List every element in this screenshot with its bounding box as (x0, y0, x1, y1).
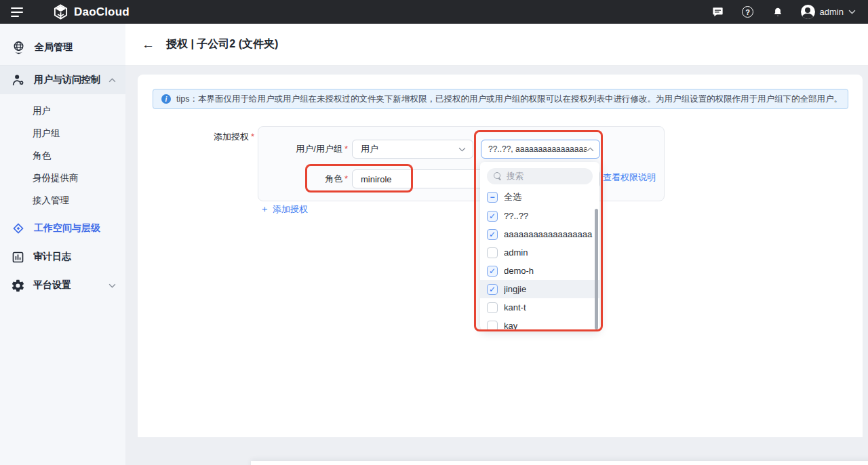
user-type-label: 用户/用户组* (258, 140, 348, 159)
checkbox[interactable] (487, 321, 498, 331)
help-icon[interactable]: ? (741, 5, 755, 19)
sidebar-item-workspace-hierarchy[interactable]: 工作空间与层级 (0, 214, 125, 243)
sidebar-subitem-list: 用户用户组角色身份提供商接入管理 (0, 100, 125, 211)
daocloud-logo[interactable]: DaoCloud (53, 4, 130, 20)
sidebar-item-label: 工作空间与层级 (34, 222, 116, 235)
user-option[interactable]: ✓ jingjie (480, 280, 599, 298)
back-button[interactable]: ← (142, 37, 155, 52)
logo-text: DaoCloud (74, 5, 130, 19)
user-option-label: ??..?? (504, 211, 528, 221)
user-option[interactable]: ✓ demo-h (480, 262, 599, 280)
chevron-up-icon (587, 147, 594, 152)
audit-log-icon (11, 250, 25, 264)
users-selected-value: ??..??, aaaaaaaaaaaaaaaaa... (488, 144, 587, 154)
checkbox[interactable]: ✓ (487, 211, 498, 222)
tips-banner: i tips：本界面仅用于给用户或用户组在未授权过的文件夹下新增权限，已授权的用… (153, 89, 848, 109)
add-authorization-label: 添加授权* (138, 130, 254, 144)
sidebar-subitem[interactable]: 接入管理 (0, 189, 125, 211)
sidebar-item-users-access-control[interactable]: 用户与访问控制 (0, 66, 125, 94)
checkbox[interactable]: ✓ (487, 229, 498, 240)
checkbox[interactable] (487, 302, 498, 313)
indeterminate-checkbox[interactable]: − (487, 192, 498, 203)
title-bar: ← 授权 | 子公司2 (文件夹) (125, 24, 868, 66)
checkbox[interactable]: ✓ (487, 266, 498, 277)
user-type-value: 用户 (361, 143, 458, 155)
user-option-label: aaaaaaaaaaaaaaaaaa... (504, 229, 593, 239)
checkbox[interactable] (487, 247, 498, 258)
page-title: 授权 | 子公司2 (文件夹) (166, 37, 278, 52)
sidebar-subitem[interactable]: 身份提供商 (0, 167, 125, 189)
dropdown-search-input[interactable]: 搜索 (487, 168, 593, 184)
sidebar-item-global-management[interactable]: 全局管理 (0, 33, 125, 62)
chevron-down-icon (458, 147, 466, 152)
app-header: DaoCloud ? admin (0, 0, 868, 24)
sidebar-item-label: 审计日志 (33, 251, 116, 263)
chat-icon[interactable] (711, 5, 725, 19)
user-option-label: kay (504, 321, 517, 330)
chevron-down-icon (848, 9, 856, 14)
sidebar-item-platform-settings[interactable]: 平台设置 (0, 271, 125, 300)
footer-bar: 取消 确定 (251, 461, 868, 465)
user-option[interactable]: kant-t (480, 298, 599, 317)
sidebar: 全局管理 用户与访问控制 用户用户组角色身份提供商接入管理 工作空间与层级 审计… (0, 24, 125, 465)
username: admin (820, 7, 844, 17)
user-option-label: jingjie (504, 284, 526, 294)
dropdown-scrollbar[interactable] (595, 209, 598, 329)
user-gear-icon (11, 73, 26, 87)
user-type-select[interactable]: 用户 (352, 140, 473, 159)
user-option-label: kant-t (504, 302, 526, 312)
sidebar-item-audit-logs[interactable]: 审计日志 (0, 243, 125, 271)
authorization-card: 用户/用户组* 用户 ??..??, aaaaaaaaaaaaaaaaa... … (258, 126, 665, 201)
chevron-up-icon (108, 78, 116, 83)
user-option[interactable]: ✓ aaaaaaaaaaaaaaaaaa... (480, 225, 599, 243)
sidebar-item-label: 全局管理 (35, 41, 73, 54)
user-option-label: demo-h (504, 266, 534, 276)
select-all-option[interactable]: − 全选 (480, 188, 599, 207)
main-content: ← 授权 | 子公司2 (文件夹) i tips：本界面仅用于给用户或用户组在未… (125, 24, 868, 465)
workspace-diamond-icon (11, 221, 26, 236)
daocloud-logo-icon (53, 4, 68, 20)
tips-text: tips：本界面仅用于给用户或用户组在未授权过的文件夹下新增权限，已授权的用户或… (176, 94, 842, 105)
sidebar-subitem[interactable]: 用户组 (0, 122, 125, 144)
view-permission-link[interactable]: 查看权限说明 (603, 171, 656, 184)
user-option[interactable]: admin (480, 243, 599, 262)
info-icon: i (161, 94, 171, 104)
select-all-label: 全选 (504, 191, 521, 203)
sidebar-subitem[interactable]: 用户 (0, 100, 125, 122)
gear-icon (11, 279, 25, 293)
plus-icon: ＋ (260, 203, 269, 214)
user-option[interactable]: ✓ ??..?? (480, 207, 599, 225)
user-option-label: admin (504, 247, 528, 258)
sidebar-item-label: 用户与访问控制 (34, 74, 108, 86)
user-menu[interactable]: admin (801, 5, 856, 19)
hamburger-menu-icon[interactable] (11, 4, 34, 20)
sidebar-subitem[interactable]: 角色 (0, 144, 125, 167)
search-placeholder: 搜索 (507, 171, 524, 182)
sidebar-item-label: 平台设置 (33, 279, 108, 291)
globe-icon (11, 40, 26, 56)
user-options-list: ✓ ??..?? ✓ aaaaaaaaaaaaaaaaaa... admin ✓… (480, 207, 599, 330)
notification-bell-icon[interactable] (771, 5, 785, 19)
avatar (801, 5, 815, 19)
add-authorization-link[interactable]: ＋添加授权 (260, 203, 308, 216)
users-multiselect-trigger[interactable]: ??..??, aaaaaaaaaaaaaaaaa... (481, 140, 600, 159)
role-label: 角色* (258, 169, 348, 188)
chevron-down-icon (108, 283, 116, 288)
users-dropdown: 搜索 − 全选 ✓ ??..?? ✓ aaaaaaaaaaaaaaaaaa...… (480, 162, 599, 330)
user-option[interactable]: kay (480, 317, 599, 330)
search-icon (494, 172, 502, 180)
checkbox[interactable]: ✓ (487, 284, 498, 295)
